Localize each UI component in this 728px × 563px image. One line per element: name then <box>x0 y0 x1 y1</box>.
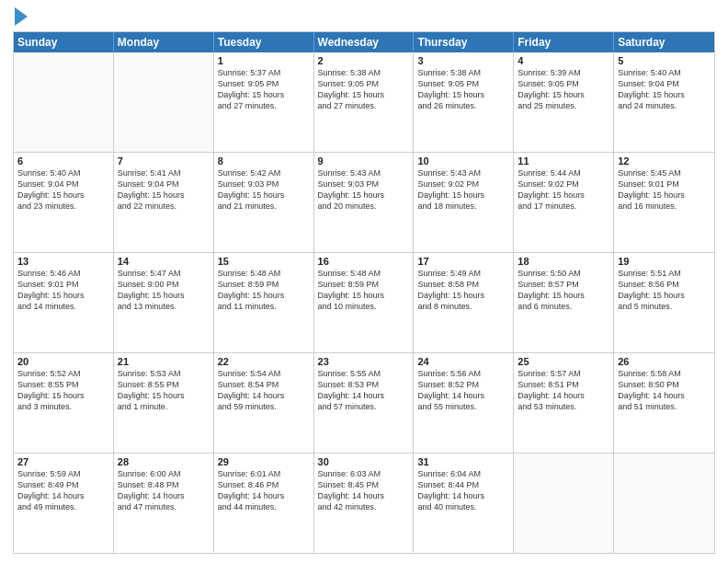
day-info: Sunrise: 6:03 AMSunset: 8:45 PMDaylight:… <box>318 468 410 513</box>
day-info: Sunrise: 5:59 AMSunset: 8:49 PMDaylight:… <box>17 468 109 513</box>
calendar-row-3: 20Sunrise: 5:52 AMSunset: 8:55 PMDayligh… <box>14 352 714 453</box>
day-number: 5 <box>618 55 711 66</box>
day-number: 25 <box>518 356 609 367</box>
day-info: Sunrise: 5:46 AMSunset: 9:01 PMDaylight:… <box>17 268 109 313</box>
day-info: Sunrise: 5:52 AMSunset: 8:55 PMDaylight:… <box>17 368 109 413</box>
weekday-header-friday: Friday <box>514 32 614 52</box>
day-number: 4 <box>518 55 609 66</box>
day-number: 18 <box>518 256 609 267</box>
calendar-row-4: 27Sunrise: 5:59 AMSunset: 8:49 PMDayligh… <box>14 453 714 553</box>
day-info: Sunrise: 5:55 AMSunset: 8:53 PMDaylight:… <box>318 368 410 413</box>
day-info: Sunrise: 6:01 AMSunset: 8:46 PMDaylight:… <box>218 468 310 513</box>
day-number: 22 <box>218 356 310 367</box>
weekday-header-monday: Monday <box>114 32 214 52</box>
day-number: 1 <box>218 55 310 66</box>
day-number: 19 <box>618 256 711 267</box>
calendar-cell: 15Sunrise: 5:48 AMSunset: 8:59 PMDayligh… <box>214 253 314 352</box>
calendar-cell: 1Sunrise: 5:37 AMSunset: 9:05 PMDaylight… <box>214 52 314 152</box>
day-info: Sunrise: 5:38 AMSunset: 9:05 PMDaylight:… <box>417 67 509 112</box>
header <box>13 9 715 26</box>
day-number: 7 <box>118 155 210 167</box>
day-number: 13 <box>17 256 109 267</box>
day-info: Sunrise: 5:43 AMSunset: 9:02 PMDaylight:… <box>417 167 509 213</box>
day-number: 9 <box>318 155 410 167</box>
calendar-cell <box>114 52 214 152</box>
day-info: Sunrise: 5:51 AMSunset: 8:56 PMDaylight:… <box>618 268 711 313</box>
calendar-cell: 12Sunrise: 5:45 AMSunset: 9:01 PMDayligh… <box>614 153 714 252</box>
calendar-cell: 31Sunrise: 6:04 AMSunset: 8:44 PMDayligh… <box>414 454 514 553</box>
day-info: Sunrise: 5:48 AMSunset: 8:59 PMDaylight:… <box>318 268 410 313</box>
day-number: 6 <box>17 155 109 167</box>
calendar-row-0: 1Sunrise: 5:37 AMSunset: 9:05 PMDaylight… <box>14 52 714 152</box>
day-number: 14 <box>118 256 210 267</box>
day-info: Sunrise: 5:43 AMSunset: 9:03 PMDaylight:… <box>318 167 410 213</box>
calendar-row-1: 6Sunrise: 5:40 AMSunset: 9:04 PMDaylight… <box>14 152 714 252</box>
calendar-cell: 13Sunrise: 5:46 AMSunset: 9:01 PMDayligh… <box>14 253 114 352</box>
calendar-cell: 4Sunrise: 5:39 AMSunset: 9:05 PMDaylight… <box>514 52 614 152</box>
day-number: 21 <box>118 356 210 367</box>
calendar-cell: 9Sunrise: 5:43 AMSunset: 9:03 PMDaylight… <box>314 153 415 252</box>
weekday-header-saturday: Saturday <box>614 32 714 52</box>
day-info: Sunrise: 5:49 AMSunset: 8:58 PMDaylight:… <box>417 268 509 313</box>
calendar-cell: 28Sunrise: 6:00 AMSunset: 8:48 PMDayligh… <box>114 454 214 553</box>
calendar: SundayMondayTuesdayWednesdayThursdayFrid… <box>13 31 715 554</box>
day-info: Sunrise: 6:04 AMSunset: 8:44 PMDaylight:… <box>417 468 509 513</box>
day-number: 28 <box>118 456 210 467</box>
day-info: Sunrise: 5:57 AMSunset: 8:51 PMDaylight:… <box>518 368 609 413</box>
day-number: 3 <box>417 55 509 66</box>
calendar-cell: 20Sunrise: 5:52 AMSunset: 8:55 PMDayligh… <box>14 353 114 453</box>
calendar-cell: 27Sunrise: 5:59 AMSunset: 8:49 PMDayligh… <box>14 454 114 553</box>
day-info: Sunrise: 5:50 AMSunset: 8:57 PMDaylight:… <box>518 268 609 313</box>
day-number: 10 <box>417 155 509 167</box>
day-number: 31 <box>417 456 509 467</box>
calendar-cell: 6Sunrise: 5:40 AMSunset: 9:04 PMDaylight… <box>14 153 114 252</box>
day-info: Sunrise: 5:58 AMSunset: 8:50 PMDaylight:… <box>618 368 711 413</box>
calendar-cell: 16Sunrise: 5:48 AMSunset: 8:59 PMDayligh… <box>314 253 415 352</box>
calendar-cell: 2Sunrise: 5:38 AMSunset: 9:05 PMDaylight… <box>314 52 415 152</box>
calendar-cell: 17Sunrise: 5:49 AMSunset: 8:58 PMDayligh… <box>414 253 514 352</box>
page: SundayMondayTuesdayWednesdayThursdayFrid… <box>0 0 728 563</box>
day-number: 20 <box>17 356 109 367</box>
day-info: Sunrise: 5:54 AMSunset: 8:54 PMDaylight:… <box>218 368 310 413</box>
calendar-cell: 14Sunrise: 5:47 AMSunset: 9:00 PMDayligh… <box>114 253 214 352</box>
calendar-cell: 23Sunrise: 5:55 AMSunset: 8:53 PMDayligh… <box>314 353 415 453</box>
calendar-cell: 26Sunrise: 5:58 AMSunset: 8:50 PMDayligh… <box>614 353 714 453</box>
day-number: 30 <box>318 456 410 467</box>
calendar-cell: 7Sunrise: 5:41 AMSunset: 9:04 PMDaylight… <box>114 153 214 252</box>
calendar-cell: 22Sunrise: 5:54 AMSunset: 8:54 PMDayligh… <box>214 353 314 453</box>
day-info: Sunrise: 5:40 AMSunset: 9:04 PMDaylight:… <box>17 167 109 213</box>
day-info: Sunrise: 5:42 AMSunset: 9:03 PMDaylight:… <box>218 167 310 213</box>
calendar-cell <box>14 52 114 152</box>
calendar-cell: 19Sunrise: 5:51 AMSunset: 8:56 PMDayligh… <box>614 253 714 352</box>
calendar-cell: 5Sunrise: 5:40 AMSunset: 9:04 PMDaylight… <box>614 52 714 152</box>
calendar-cell: 11Sunrise: 5:44 AMSunset: 9:02 PMDayligh… <box>514 153 614 252</box>
calendar-cell: 30Sunrise: 6:03 AMSunset: 8:45 PMDayligh… <box>314 454 415 553</box>
calendar-cell: 21Sunrise: 5:53 AMSunset: 8:55 PMDayligh… <box>114 353 214 453</box>
calendar-header: SundayMondayTuesdayWednesdayThursdayFrid… <box>14 32 714 52</box>
calendar-cell: 10Sunrise: 5:43 AMSunset: 9:02 PMDayligh… <box>414 153 514 252</box>
day-number: 17 <box>417 256 509 267</box>
day-number: 15 <box>218 256 310 267</box>
calendar-row-2: 13Sunrise: 5:46 AMSunset: 9:01 PMDayligh… <box>14 252 714 352</box>
day-number: 23 <box>318 356 410 367</box>
weekday-header-thursday: Thursday <box>414 32 514 52</box>
weekday-header-wednesday: Wednesday <box>314 32 415 52</box>
day-number: 16 <box>318 256 410 267</box>
day-info: Sunrise: 5:53 AMSunset: 8:55 PMDaylight:… <box>118 368 210 413</box>
day-info: Sunrise: 5:44 AMSunset: 9:02 PMDaylight:… <box>518 167 609 213</box>
day-info: Sunrise: 5:47 AMSunset: 9:00 PMDaylight:… <box>118 268 210 313</box>
calendar-cell <box>614 454 714 553</box>
calendar-cell <box>514 454 614 553</box>
day-info: Sunrise: 5:37 AMSunset: 9:05 PMDaylight:… <box>218 67 310 112</box>
calendar-cell: 29Sunrise: 6:01 AMSunset: 8:46 PMDayligh… <box>214 454 314 553</box>
day-number: 12 <box>618 155 711 167</box>
day-info: Sunrise: 5:39 AMSunset: 9:05 PMDaylight:… <box>518 67 609 112</box>
weekday-header-sunday: Sunday <box>14 32 114 52</box>
day-number: 27 <box>17 456 109 467</box>
day-number: 29 <box>218 456 310 467</box>
logo <box>13 9 28 26</box>
weekday-header-tuesday: Tuesday <box>214 32 314 52</box>
calendar-cell: 8Sunrise: 5:42 AMSunset: 9:03 PMDaylight… <box>214 153 314 252</box>
day-number: 11 <box>518 155 609 167</box>
day-info: Sunrise: 5:40 AMSunset: 9:04 PMDaylight:… <box>618 67 711 112</box>
